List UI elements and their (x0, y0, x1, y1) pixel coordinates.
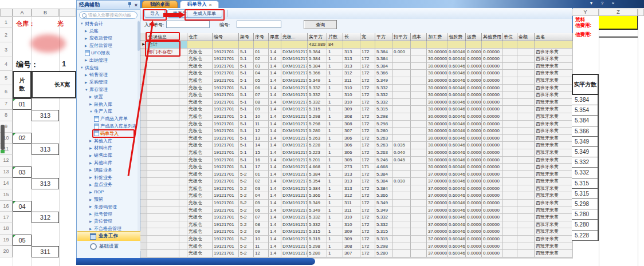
sidebar-scrollbar-thumb[interactable] (138, 21, 140, 51)
table-row[interactable]: 光板仓191217015-2051.4DXM1912175.3491311172… (140, 200, 573, 207)
tab-close-icon[interactable]: × (209, 2, 212, 7)
excel-row-number[interactable]: 8 (0, 110, 13, 121)
sidebar-item-3[interactable]: ▶应付款管理 (78, 42, 138, 49)
table-row[interactable]: 光板仓191217015-1131.4DXM1912175.2631306172… (140, 135, 573, 142)
table-row[interactable]: 光板仓191217015-1071.4DXM1912175.3321310172… (140, 92, 573, 99)
pin-icon[interactable] (128, 2, 132, 7)
excel-column-header-B[interactable]: B (32, 9, 59, 17)
table-row[interactable]: 光板仓191217015-2031.4DXM1912175.3841313172… (140, 185, 573, 193)
collapsed-icon[interactable]: ▶ (89, 205, 94, 208)
table-row[interactable]: 光板仓191217015-2111.4DXM1912175.2981308172… (140, 243, 573, 251)
excel-row-number[interactable]: 16 (0, 201, 13, 212)
excel-column-header-Y[interactable]: Y (572, 9, 599, 16)
table-row[interactable]: 光板仓191217015-2091.4DXM1912175.3151309172… (140, 228, 573, 236)
sidebar-item-23[interactable]: ▶ROP (78, 188, 138, 196)
receipt-no-input[interactable] (166, 21, 210, 28)
sidebar-scrollbar-track[interactable] (138, 20, 140, 241)
highlighted-cell[interactable] (599, 16, 638, 30)
collapsed-icon[interactable]: ▶ (89, 176, 94, 179)
table-row[interactable]: 光板仓191217015-1101.4DXM1912175.2981308172… (140, 113, 573, 121)
collapsed-icon[interactable]: ▶ (89, 198, 94, 201)
query-button[interactable]: 查询 (304, 20, 337, 29)
table-row[interactable]: 光板仓191217015-1171.4DXM1912174.6681273171… (140, 164, 573, 171)
excel-row-number[interactable]: 1 (0, 17, 13, 27)
table-row[interactable]: 光板仓191217015-1041.4DXM1912175.3661312172… (140, 70, 573, 77)
sidebar-search-box[interactable]: 请输入您要搜索的功能 (79, 11, 138, 19)
sidebar-item-17[interactable]: ▶材料出库 (78, 145, 138, 152)
sidebar-item-0[interactable]: ▼财务会计 (78, 20, 138, 27)
sidebar-item-26[interactable]: ▶批号管理 (78, 211, 138, 218)
table-row[interactable]: 光板仓191217015-1161.4DXM1912175.2011305172… (140, 157, 573, 164)
excel-row-number[interactable]: 13 (0, 166, 13, 178)
collapsed-icon[interactable]: ▶ (89, 220, 94, 223)
expanded-icon[interactable]: ▼ (85, 88, 89, 92)
sidebar-item-12[interactable]: ▼生产入库 (78, 108, 138, 116)
sidebar-item-27[interactable]: ▶货位管理 (78, 218, 138, 225)
excel-row-number[interactable]: 12 (0, 155, 13, 166)
collapsed-icon[interactable]: ▶ (89, 146, 94, 150)
table-row[interactable]: 光板仓191217015-1031.4DXM1912175.3841313172… (140, 63, 573, 70)
help-icon[interactable]: ? (599, 1, 605, 6)
excel-row-number[interactable]: 5 (0, 71, 13, 85)
collapsed-icon[interactable]: ▶ (85, 73, 89, 77)
table-row[interactable]: 光板仓191217015-1051.4DXM1912175.3491311172… (140, 77, 573, 85)
sidebar-item-11[interactable]: ▶采购入库 (78, 101, 138, 108)
excel-column-header-partial[interactable] (638, 9, 644, 16)
collapsed-icon[interactable]: ▶ (85, 81, 89, 84)
sidebar-item-13[interactable]: 产成品入库单 (78, 115, 138, 122)
table-row[interactable]: 光板仓191217015-2121.4DXM1912175.2801307172… (140, 250, 573, 257)
collapsed-icon[interactable]: ▶ (89, 95, 94, 98)
collapsed-icon[interactable]: ▶ (85, 37, 89, 40)
table-row[interactable]: 光板仓191217015-2081.4DXM1912175.3321310172… (140, 221, 573, 229)
table-row[interactable]: 光板仓191217015-2041.4DXM1912175.3661312172… (140, 192, 573, 200)
sidebar-item-9[interactable]: ▼库存管理 (78, 86, 138, 93)
excel-corner-cell[interactable] (0, 9, 13, 17)
excel-row-number[interactable]: 14 (0, 178, 13, 189)
table-row[interactable]: 光板仓191217015-1091.4DXM1912175.3151309172… (140, 106, 573, 113)
excel-column-header-Z[interactable]: Z (599, 9, 638, 16)
close-icon[interactable]: × (610, 1, 616, 6)
table-row[interactable]: 光板仓191217015-1141.4DXM1912175.2281306172… (140, 142, 573, 149)
code-input[interactable] (237, 21, 281, 28)
excel-row-number[interactable]: 4 (0, 57, 13, 71)
excel-column-header-A[interactable]: A (13, 9, 32, 17)
excel-row-number[interactable]: 19 (0, 235, 13, 246)
sidebar-item-16[interactable]: ▶其他入库 (78, 137, 138, 145)
excel-cell[interactable] (599, 30, 638, 38)
sidebar-item-18[interactable]: ▶销售出库 (78, 152, 138, 159)
table-row[interactable]: 光板仓191217015-1061.4DXM1912175.3321310172… (140, 85, 573, 92)
table-row[interactable]: 光板仓191217015-1021.4DXM1912175.3841313172… (140, 55, 573, 63)
expanded-icon[interactable]: ▼ (89, 110, 94, 113)
excel-row-number[interactable]: 7 (0, 98, 13, 110)
table-row[interactable]: 光板仓191217015-2061.4DXM1912175.3491311172… (140, 207, 573, 215)
collapsed-icon[interactable]: ▶ (89, 227, 94, 231)
sidebar-item-basic-settings[interactable]: 基础设置 (77, 241, 140, 251)
excel-row-number[interactable]: 3 (0, 42, 13, 57)
excel-row-number[interactable]: 2 (0, 27, 13, 42)
table-row[interactable]: 光板仓191217015-1151.4DXM1912175.2231306172… (140, 149, 573, 157)
table-row[interactable]: 光板仓191217015-1121.4DXM1912175.2801307172… (140, 128, 573, 135)
table-row[interactable]: 光板仓191217015-1081.4DXM1912175.3321310172… (140, 99, 573, 106)
sidebar-close-icon[interactable]: × (135, 2, 138, 8)
tab-my-desktop[interactable]: 我的桌面 (142, 1, 178, 8)
table-row[interactable]: 光板仓191217015-2011.4DXM1912175.3841313172… (140, 171, 573, 178)
excel-column-header-partial[interactable] (59, 9, 76, 17)
collapsed-icon[interactable]: ▶ (89, 139, 94, 142)
sidebar-item-24[interactable]: ▶预留 (78, 196, 138, 203)
table-row[interactable]: 光板仓191217015-1111.4DXM1912175.2981308172… (140, 121, 573, 128)
sidebar-item-25[interactable]: ▶条形码管理 (78, 203, 138, 211)
sidebar-item-6[interactable]: ▼供应链 (78, 64, 138, 72)
collapsed-icon[interactable]: ▶ (85, 58, 89, 62)
sidebar-item-8[interactable]: ▶采购管理 (78, 78, 138, 86)
excel-row-number[interactable]: 6 (0, 85, 13, 98)
total-row[interactable]: ▶合计432.98984 (140, 41, 573, 49)
collapsed-icon[interactable]: ▶ (89, 102, 94, 106)
collapsed-icon[interactable]: ▶ (89, 183, 94, 186)
collapsed-icon[interactable]: ▶ (89, 161, 94, 165)
dropdown-icon[interactable]: ▾ (588, 1, 594, 6)
table-row[interactable]: 光板仓191217015-2021.4DXM1912175.3541313172… (140, 178, 573, 185)
sidebar-item-2[interactable]: ▶应收款管理 (78, 35, 138, 42)
table-row[interactable]: 光板仓191217015-2071.4DXM1912175.3321310172… (140, 214, 573, 221)
excel-left-scrollbar-thumb[interactable] (1, 125, 5, 150)
sidebar-item-10[interactable]: ▶设置 (78, 93, 138, 101)
